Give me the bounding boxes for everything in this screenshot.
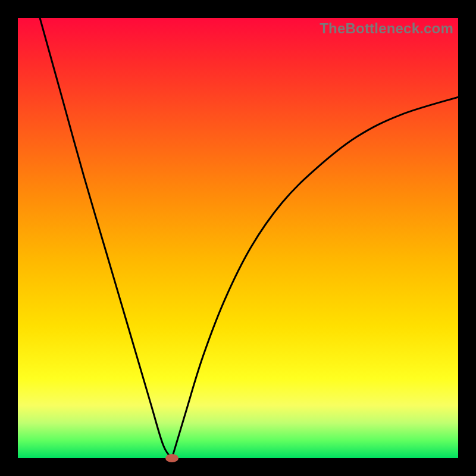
curve-path-left bbox=[40, 18, 172, 458]
bottleneck-curve bbox=[18, 18, 458, 458]
chart-frame: TheBottleneck.com bbox=[0, 0, 476, 476]
curve-path-right bbox=[172, 97, 458, 458]
plot-area: TheBottleneck.com bbox=[18, 18, 458, 458]
optimum-marker bbox=[165, 454, 178, 462]
